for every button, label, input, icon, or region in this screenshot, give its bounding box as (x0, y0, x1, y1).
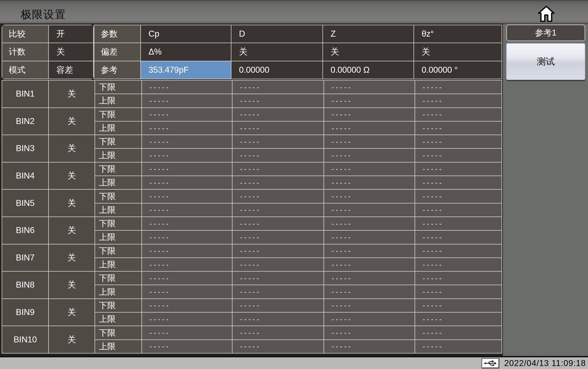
lower-limit-value-z[interactable]: ----- (324, 108, 415, 121)
reference-value-z[interactable]: 0.00000 Ω (323, 61, 413, 79)
upper-limit-value-cp[interactable]: ----- (142, 176, 232, 189)
upper-limit-value-z[interactable]: ----- (324, 149, 415, 162)
bin-state-toggle[interactable]: 关 (49, 326, 95, 353)
upper-limit-value-cp[interactable]: ----- (142, 258, 232, 271)
lower-limit-value-z[interactable]: ----- (324, 81, 415, 94)
upper-limit-value-d[interactable]: ----- (232, 149, 324, 162)
upper-limit-value-z[interactable]: ----- (324, 231, 415, 244)
upper-limit-value-d[interactable]: ----- (232, 122, 324, 135)
upper-limit-value-d[interactable]: ----- (232, 94, 324, 107)
upper-limit-value-theta[interactable]: ----- (415, 122, 502, 135)
lower-limit-value-cp[interactable]: ----- (142, 135, 232, 148)
lower-limit-value-theta[interactable]: ----- (415, 272, 502, 285)
lower-limit-value-d[interactable]: ----- (232, 135, 324, 148)
upper-limit-value-z[interactable]: ----- (324, 258, 415, 271)
comparator-toggle[interactable]: 开 (49, 25, 93, 43)
lower-limit-value-theta[interactable]: ----- (415, 217, 502, 230)
upper-limit-value-theta[interactable]: ----- (415, 258, 502, 271)
param-value-cp[interactable]: Cp (141, 25, 231, 43)
lower-limit-value-z[interactable]: ----- (324, 163, 415, 176)
test-button[interactable]: 测试 (506, 43, 585, 80)
lower-limit-value-z[interactable]: ----- (324, 217, 415, 230)
upper-limit-value-d[interactable]: ----- (232, 231, 324, 244)
count-toggle[interactable]: 关 (49, 43, 93, 61)
bin-state-toggle[interactable]: 关 (49, 299, 95, 326)
param-value-d[interactable]: D (231, 25, 322, 43)
upper-limit-value-theta[interactable]: ----- (415, 340, 502, 353)
lower-limit-value-z[interactable]: ----- (324, 135, 415, 148)
lower-limit-value-z[interactable]: ----- (324, 272, 415, 285)
mode-select[interactable]: 容差 (49, 61, 93, 79)
bin-state-toggle[interactable]: 关 (49, 190, 95, 217)
lower-limit-value-theta[interactable]: ----- (415, 190, 502, 203)
lower-limit-value-d[interactable]: ----- (232, 190, 324, 203)
upper-limit-value-cp[interactable]: ----- (142, 340, 232, 353)
upper-limit-value-z[interactable]: ----- (324, 176, 415, 189)
upper-limit-value-z[interactable]: ----- (324, 94, 415, 107)
bin-state-toggle[interactable]: 关 (49, 272, 95, 298)
upper-limit-value-cp[interactable]: ----- (142, 231, 232, 244)
upper-limit-value-cp[interactable]: ----- (142, 203, 232, 217)
bin-state-toggle[interactable]: 关 (49, 244, 95, 271)
upper-limit-value-d[interactable]: ----- (232, 340, 324, 353)
home-icon[interactable] (537, 4, 555, 23)
lower-limit-value-cp[interactable]: ----- (142, 163, 232, 176)
lower-limit-value-theta[interactable]: ----- (415, 81, 502, 94)
lower-limit-value-cp[interactable]: ----- (142, 190, 232, 203)
upper-limit-value-cp[interactable]: ----- (142, 149, 232, 162)
bin-state-toggle[interactable]: 关 (49, 217, 95, 244)
deviation-mode-cp[interactable]: Δ% (141, 43, 231, 61)
bin-state-toggle[interactable]: 关 (49, 163, 95, 189)
upper-limit-value-theta[interactable]: ----- (415, 149, 502, 162)
upper-limit-value-theta[interactable]: ----- (415, 313, 502, 326)
upper-limit-value-theta[interactable]: ----- (415, 176, 502, 189)
lower-limit-value-cp[interactable]: ----- (142, 299, 232, 312)
lower-limit-value-cp[interactable]: ----- (142, 244, 232, 257)
upper-limit-value-cp[interactable]: ----- (142, 122, 232, 135)
upper-limit-value-cp[interactable]: ----- (142, 94, 232, 107)
upper-limit-value-theta[interactable]: ----- (415, 285, 502, 298)
lower-limit-value-theta[interactable]: ----- (415, 108, 502, 121)
upper-limit-value-d[interactable]: ----- (232, 258, 324, 271)
lower-limit-value-d[interactable]: ----- (232, 217, 324, 230)
param-value-theta[interactable]: θz° (414, 25, 502, 43)
lower-limit-value-z[interactable]: ----- (324, 190, 415, 203)
lower-limit-value-d[interactable]: ----- (232, 244, 324, 257)
upper-limit-value-z[interactable]: ----- (324, 313, 415, 326)
upper-limit-value-d[interactable]: ----- (232, 176, 324, 189)
lower-limit-value-d[interactable]: ----- (232, 108, 324, 121)
deviation-mode-d[interactable]: 关 (231, 43, 322, 61)
lower-limit-value-z[interactable]: ----- (324, 244, 415, 257)
bin-state-toggle[interactable]: 关 (49, 135, 95, 162)
upper-limit-value-z[interactable]: ----- (324, 122, 415, 135)
bin-state-toggle[interactable]: 关 (49, 108, 95, 135)
reference-page-button[interactable]: 参考1 (506, 24, 585, 41)
upper-limit-value-z[interactable]: ----- (324, 340, 415, 353)
reference-value-theta[interactable]: 0.00000 ° (414, 61, 502, 79)
lower-limit-value-cp[interactable]: ----- (142, 108, 232, 121)
reference-value-cp[interactable]: 353.479pF (141, 61, 231, 79)
upper-limit-value-theta[interactable]: ----- (415, 203, 502, 217)
lower-limit-value-cp[interactable]: ----- (142, 81, 232, 94)
upper-limit-value-d[interactable]: ----- (232, 313, 324, 326)
lower-limit-value-theta[interactable]: ----- (415, 135, 502, 148)
lower-limit-value-d[interactable]: ----- (232, 326, 324, 339)
lower-limit-value-theta[interactable]: ----- (415, 299, 502, 312)
upper-limit-value-theta[interactable]: ----- (415, 231, 502, 244)
lower-limit-value-theta[interactable]: ----- (415, 163, 502, 176)
lower-limit-value-cp[interactable]: ----- (142, 326, 232, 339)
lower-limit-value-d[interactable]: ----- (232, 299, 324, 312)
lower-limit-value-d[interactable]: ----- (232, 81, 324, 94)
upper-limit-value-d[interactable]: ----- (232, 285, 324, 298)
upper-limit-value-cp[interactable]: ----- (142, 285, 232, 298)
deviation-mode-theta[interactable]: 关 (414, 43, 502, 61)
lower-limit-value-d[interactable]: ----- (232, 163, 324, 176)
upper-limit-value-z[interactable]: ----- (324, 203, 415, 217)
upper-limit-value-cp[interactable]: ----- (142, 313, 232, 326)
lower-limit-value-cp[interactable]: ----- (142, 272, 232, 285)
lower-limit-value-theta[interactable]: ----- (415, 326, 502, 339)
lower-limit-value-z[interactable]: ----- (324, 326, 415, 339)
param-value-z[interactable]: Z (323, 25, 413, 43)
lower-limit-value-theta[interactable]: ----- (415, 244, 502, 257)
deviation-mode-z[interactable]: 关 (323, 43, 413, 61)
